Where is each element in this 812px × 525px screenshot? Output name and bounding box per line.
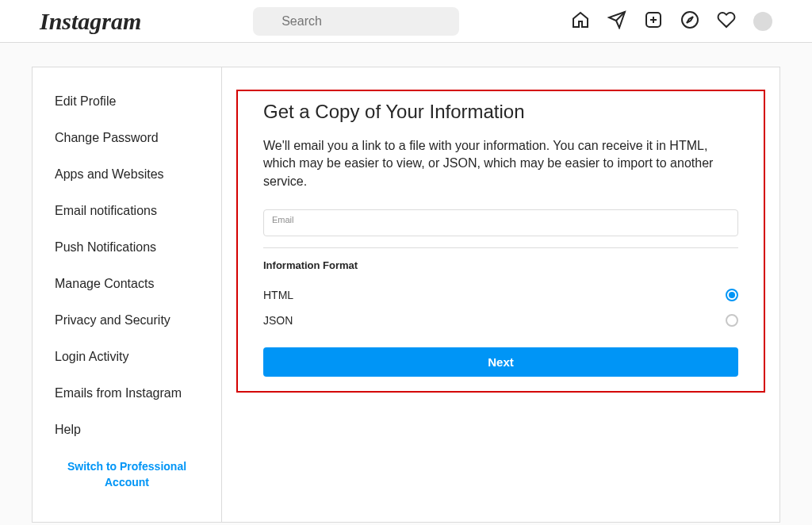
- settings-sidebar: Edit Profile Change Password Apps and We…: [32, 67, 222, 523]
- format-option-json[interactable]: JSON: [263, 308, 738, 333]
- sidebar-item-apps-websites[interactable]: Apps and Websites: [33, 156, 221, 193]
- home-icon[interactable]: [571, 10, 590, 33]
- format-option-html[interactable]: HTML: [263, 282, 738, 308]
- format-heading: Information Format: [263, 259, 738, 271]
- download-data-panel: Get a Copy of Your Information We'll ema…: [236, 90, 765, 393]
- svg-point-6: [682, 12, 698, 28]
- switch-professional-link[interactable]: Switch to Professional Account: [33, 448, 221, 501]
- divider: [263, 247, 738, 248]
- sidebar-item-edit-profile[interactable]: Edit Profile: [33, 83, 221, 120]
- explore-icon[interactable]: [680, 10, 699, 33]
- sidebar-item-manage-contacts[interactable]: Manage Contacts: [33, 266, 221, 302]
- search-input[interactable]: [253, 7, 459, 36]
- search-wrap: [141, 7, 571, 36]
- sidebar-item-change-password[interactable]: Change Password: [33, 120, 221, 156]
- messages-icon[interactable]: [607, 10, 626, 33]
- radio-json[interactable]: [726, 314, 738, 327]
- sidebar-item-privacy-security[interactable]: Privacy and Security: [33, 302, 221, 339]
- next-button[interactable]: Next: [263, 347, 738, 377]
- avatar[interactable]: [753, 12, 772, 31]
- format-option-json-label: JSON: [263, 314, 293, 327]
- sidebar-item-emails-instagram[interactable]: Emails from Instagram: [33, 375, 221, 412]
- email-label: Email: [272, 215, 730, 224]
- email-field[interactable]: Email: [263, 209, 738, 236]
- format-option-html-label: HTML: [263, 289, 293, 301]
- sidebar-item-email-notifications[interactable]: Email notifications: [33, 193, 221, 229]
- svg-marker-7: [687, 17, 693, 23]
- sidebar-item-help[interactable]: Help: [33, 412, 221, 448]
- page-title: Get a Copy of Your Information: [263, 101, 738, 123]
- nav-icons: [571, 10, 772, 33]
- sidebar-item-push-notifications[interactable]: Push Notifications: [33, 229, 221, 266]
- top-nav: Instagram: [0, 0, 812, 43]
- instagram-logo[interactable]: Instagram: [40, 8, 141, 35]
- page-description: We'll email you a link to a file with yo…: [263, 137, 738, 190]
- settings-page: Edit Profile Change Password Apps and We…: [0, 43, 812, 523]
- sidebar-item-login-activity[interactable]: Login Activity: [33, 339, 221, 375]
- new-post-icon[interactable]: [644, 10, 663, 33]
- settings-main: Get a Copy of Your Information We'll ema…: [222, 67, 780, 523]
- radio-html[interactable]: [726, 289, 738, 301]
- activity-icon[interactable]: [717, 10, 736, 33]
